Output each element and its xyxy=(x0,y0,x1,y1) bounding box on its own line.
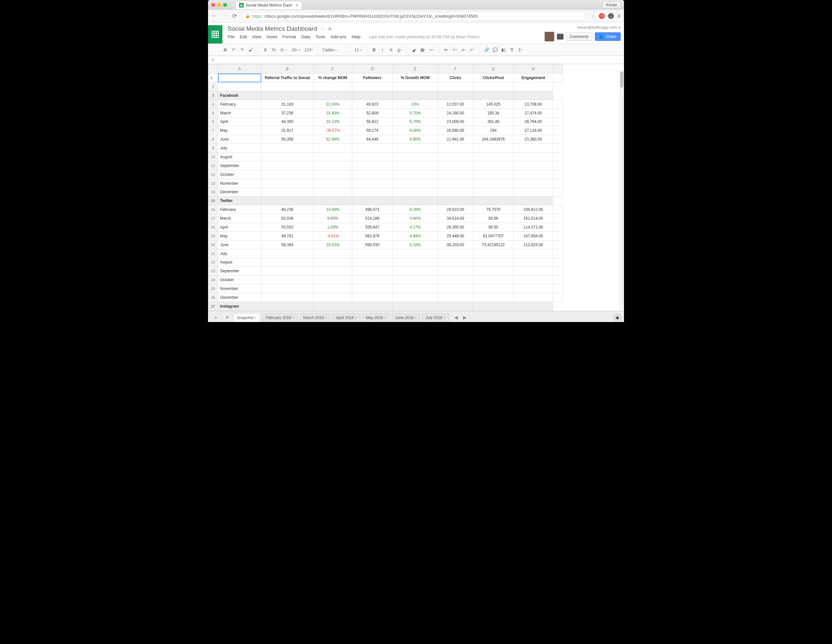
cell[interactable] xyxy=(261,161,314,170)
row-header[interactable]: 1 xyxy=(208,74,218,82)
borders-icon[interactable]: ▦ xyxy=(420,47,426,52)
bookmark-star-icon[interactable]: ☆ xyxy=(591,13,595,19)
cell[interactable] xyxy=(393,267,438,276)
cell-month[interactable]: February xyxy=(218,205,261,214)
cell[interactable]: 27,118.00 xyxy=(514,126,553,135)
cell[interactable]: 28,764.00 xyxy=(514,117,553,126)
cell[interactable] xyxy=(393,170,438,179)
browser-tab[interactable]: ▦ Social Media Metrics Dash ✕ xyxy=(235,1,302,9)
cell[interactable] xyxy=(352,161,393,170)
chat-icon[interactable] xyxy=(557,34,563,40)
window-min-icon[interactable] xyxy=(217,3,221,7)
dec-increase-icon[interactable]: .00→ xyxy=(291,47,301,52)
spreadsheet-grid[interactable]: ABCDEFGH1Referral Traffic to Social% cha… xyxy=(208,64,624,311)
window-close-icon[interactable] xyxy=(211,3,215,7)
cell[interactable] xyxy=(314,249,352,258)
chart-icon[interactable]: ▮▯ xyxy=(501,47,506,52)
cell[interactable]: 151,014.00 xyxy=(514,214,553,223)
cell[interactable]: 16.10% xyxy=(314,117,352,126)
row-header[interactable]: 13 xyxy=(208,179,218,188)
format-123-dropdown[interactable]: 123 xyxy=(304,47,313,52)
star-doc-icon[interactable]: ☆ xyxy=(320,26,325,32)
cell[interactable] xyxy=(352,144,393,153)
cell[interactable] xyxy=(314,170,352,179)
cell[interactable] xyxy=(261,153,314,161)
cell-month[interactable]: December xyxy=(218,188,261,197)
cell[interactable]: 261.46 xyxy=(473,117,514,126)
row-header[interactable]: 12 xyxy=(208,170,218,179)
cell[interactable]: 13% xyxy=(393,100,438,109)
cell[interactable] xyxy=(393,144,438,153)
cell[interactable] xyxy=(314,188,352,197)
bold-icon[interactable]: B xyxy=(371,47,377,52)
cell[interactable]: 37,236 xyxy=(261,109,314,117)
row-header[interactable]: 11 xyxy=(208,161,218,170)
doc-title[interactable]: Social Media Metrics Dashboard xyxy=(228,25,317,32)
col-header[interactable]: F xyxy=(438,64,473,74)
cell[interactable]: 59,174 xyxy=(352,126,393,135)
rotate-icon[interactable]: ⤢ xyxy=(469,47,475,52)
cell[interactable] xyxy=(473,153,514,161)
sheet-tab[interactable]: April 2016▾ xyxy=(332,313,360,322)
menu-view[interactable]: View xyxy=(252,34,261,39)
cell[interactable]: 6.20% xyxy=(393,205,438,214)
row-header[interactable]: 19 xyxy=(208,232,218,240)
sheet-tab[interactable]: June 2016▾ xyxy=(392,313,420,322)
row-header[interactable]: 21 xyxy=(208,249,218,258)
cell[interactable]: 32,917 xyxy=(261,126,314,135)
row-header[interactable]: 26 xyxy=(208,293,218,302)
currency-icon[interactable]: $ xyxy=(262,47,268,52)
sheets-logo-icon[interactable] xyxy=(208,25,222,43)
cell[interactable] xyxy=(473,144,514,153)
valign-icon[interactable]: ┴ xyxy=(452,47,458,52)
col-header[interactable]: G xyxy=(473,64,514,74)
cell[interactable]: 4.17% xyxy=(393,223,438,232)
cell[interactable]: 21,941.00 xyxy=(438,135,473,144)
cell[interactable] xyxy=(352,293,393,302)
cell[interactable]: 59,384 xyxy=(261,240,314,249)
cell[interactable]: 5.70% xyxy=(393,109,438,117)
menu-addons[interactable]: Add-ons xyxy=(331,34,346,39)
account-email[interactable]: kevan@bufferapp.com▼ xyxy=(577,25,621,30)
col-header[interactable]: E xyxy=(393,64,438,74)
cell[interactable]: 53,036 xyxy=(261,214,314,223)
comments-button[interactable]: Comments xyxy=(566,32,592,41)
cell[interactable] xyxy=(352,284,393,293)
column-title[interactable]: Referral Traffic to Social xyxy=(261,74,314,82)
cell[interactable]: 48,236 xyxy=(261,205,314,214)
cell[interactable] xyxy=(438,188,473,197)
row-header[interactable]: 9 xyxy=(208,144,218,153)
move-folder-icon[interactable]: ■ xyxy=(328,26,332,32)
cell-month[interactable]: June xyxy=(218,240,261,249)
cell[interactable] xyxy=(438,276,473,284)
sheet-tab[interactable]: March 2016▾ xyxy=(299,313,330,322)
cell[interactable]: 23,009.00 xyxy=(438,117,473,126)
cell-month[interactable]: October xyxy=(218,170,261,179)
cell[interactable] xyxy=(352,179,393,188)
section-name[interactable]: Twitter xyxy=(218,197,261,205)
section-name[interactable]: Instagram xyxy=(218,302,261,310)
col-header[interactable]: B xyxy=(261,64,314,74)
cell[interactable] xyxy=(393,179,438,188)
cell[interactable]: 19.33% xyxy=(314,240,352,249)
redo-icon[interactable]: ↷ xyxy=(239,47,245,52)
cell[interactable] xyxy=(314,258,352,267)
cell[interactable]: 83.56 xyxy=(473,214,514,223)
cell[interactable]: 64,446 xyxy=(352,135,393,144)
cell[interactable] xyxy=(438,258,473,267)
cell[interactable] xyxy=(314,179,352,188)
cell[interactable]: 50,358 xyxy=(261,135,314,144)
col-header[interactable]: H xyxy=(514,64,553,74)
row-header[interactable]: 22 xyxy=(208,258,218,267)
cell[interactable]: 112,825.00 xyxy=(514,240,553,249)
cell[interactable] xyxy=(314,161,352,170)
cell[interactable]: 14.00% xyxy=(314,205,352,214)
cell[interactable]: 19.40% xyxy=(314,109,352,117)
cell[interactable]: -35.57% xyxy=(314,126,352,135)
cell[interactable] xyxy=(438,153,473,161)
cell[interactable]: 8.90% xyxy=(393,135,438,144)
column-title[interactable]: Clicks/Post xyxy=(473,74,514,82)
cell-month[interactable]: July xyxy=(218,249,261,258)
cell[interactable]: 25,449.00 xyxy=(438,232,473,240)
cell[interactable] xyxy=(438,144,473,153)
